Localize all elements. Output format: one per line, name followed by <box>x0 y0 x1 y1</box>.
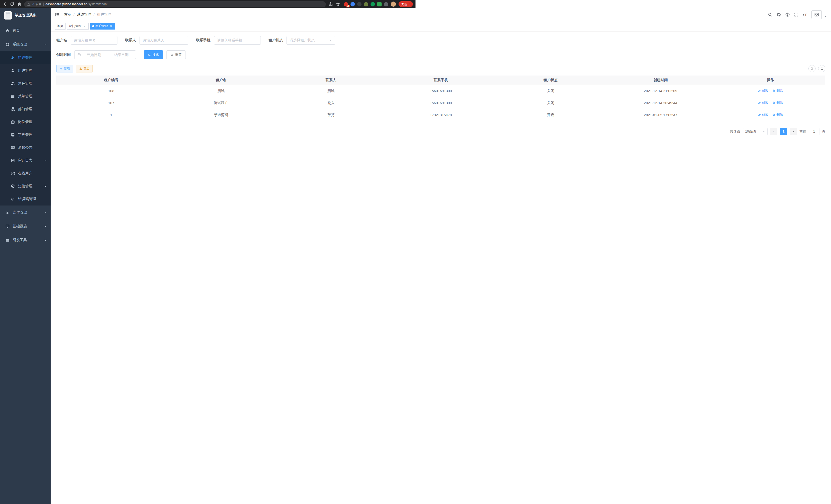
main-area: 首页 / 系统管理 / 租户管理 TT 首页部门管理×租户管理× 租户名 <box>51 8 416 252</box>
reset-button[interactable]: 重置 <box>166 50 186 59</box>
extension-icon[interactable] <box>371 2 375 6</box>
breadcrumb-system[interactable]: 系统管理 <box>77 12 91 17</box>
update-button[interactable]: 更新 <box>399 1 413 7</box>
extension-icon[interactable]: 10 <box>344 2 348 6</box>
notice-icon <box>11 146 15 150</box>
close-icon[interactable]: × <box>83 24 86 28</box>
sidebar-item-devtools[interactable]: 研发工具 <box>0 233 51 247</box>
extension-icon[interactable] <box>384 2 388 6</box>
column-header: 联系手机 <box>386 76 416 85</box>
tenant-name-label: 租户名 <box>56 38 67 42</box>
status-select-placeholder: 请选择租户状态 <box>290 38 315 42</box>
tab-home[interactable]: 首页 <box>55 23 65 30</box>
infra-icon <box>5 224 9 228</box>
breadcrumb: 首页 / 系统管理 / 租户管理 <box>64 12 111 17</box>
browser-reload-button[interactable] <box>10 2 15 6</box>
logo-image <box>4 11 12 20</box>
contact-input[interactable] <box>143 38 185 42</box>
mobile-input[interactable] <box>217 38 258 42</box>
cell-id: 107 <box>56 97 166 109</box>
errcode-icon <box>11 197 15 201</box>
table-row: 1芋道源码芋艿17321315478开启2021-01-05 17:03:47修… <box>56 109 416 121</box>
mobile-label: 联系手机 <box>196 38 210 42</box>
sidebar-item-sms[interactable]: 短信管理 <box>0 180 51 192</box>
audit-icon <box>11 158 15 162</box>
refresh-icon <box>170 53 174 57</box>
cell-id: 108 <box>56 85 166 97</box>
column-header: 联系人 <box>276 76 386 85</box>
sidebar-item-label: 审计日志 <box>18 158 41 163</box>
contact-label: 联系人 <box>125 38 136 42</box>
table-toolbar: 新增 导出 <box>56 65 416 72</box>
sidebar-item-user[interactable]: 用户管理 <box>0 64 51 77</box>
bookmark-button[interactable] <box>336 2 340 6</box>
breadcrumb-home[interactable]: 首页 <box>64 12 71 17</box>
status-select[interactable]: 请选择租户状态 <box>287 36 335 45</box>
date-range-separator: - <box>107 53 109 57</box>
chevron-down-icon <box>44 211 47 214</box>
sidebar-item-label: 租户管理 <box>18 56 47 60</box>
extension-icon[interactable] <box>357 2 362 6</box>
menu-list-icon <box>11 94 15 98</box>
tenant-name-field: 租户名 <box>56 36 117 45</box>
top-navbar: 首页 / 系统管理 / 租户管理 TT <box>51 8 416 21</box>
extension-icon[interactable] <box>364 2 368 6</box>
pay-icon <box>5 210 9 214</box>
sidebar-item-system[interactable]: 系统管理 <box>0 37 51 51</box>
sidebar-item-label: 用户管理 <box>18 68 47 73</box>
plus-icon <box>60 67 63 70</box>
sidebar-item-notice[interactable]: 通知公告 <box>0 141 51 154</box>
address-bar[interactable]: 不安全 dashboard.yudao.iocoder.cn/system/te… <box>24 1 326 7</box>
sidebar-item-infra[interactable]: 基础设施 <box>0 219 51 233</box>
sidebar-item-pay[interactable]: 支付管理 <box>0 206 51 219</box>
status-field: 租户状态 请选择租户状态 <box>268 36 335 45</box>
reset-button-label: 重置 <box>175 52 182 57</box>
extension-icon[interactable] <box>350 2 355 6</box>
extension-icon[interactable] <box>377 2 381 6</box>
add-button[interactable]: 新增 <box>56 65 73 72</box>
browser-home-button[interactable] <box>17 2 22 6</box>
tab-dept[interactable]: 部门管理× <box>67 23 89 30</box>
cell-id: 1 <box>56 109 166 121</box>
browser-back-button[interactable] <box>3 2 7 6</box>
sidebar-item-dict[interactable]: 字典管理 <box>0 128 51 141</box>
sidebar-item-menu[interactable]: 菜单管理 <box>0 90 51 103</box>
browser-menu-icon[interactable] <box>408 2 411 6</box>
sidebar-item-tenant[interactable]: 租户管理 <box>0 51 51 64</box>
sidebar-item-label: 通知公告 <box>18 145 47 150</box>
browser-profile-avatar[interactable] <box>391 2 396 7</box>
extension-badge: 10 <box>346 5 350 7</box>
filter-row-2: 创建时间 - 搜索 重置 <box>56 50 416 59</box>
app-logo: 芋道管理系统 <box>0 8 51 23</box>
sidebar-toggle-icon[interactable] <box>55 12 60 17</box>
sidebar-item-role[interactable]: 角色管理 <box>0 77 51 90</box>
cell-name: 测试租户 <box>166 97 276 109</box>
export-button[interactable]: 导出 <box>76 65 93 72</box>
sidebar-item-audit[interactable]: 审计日志 <box>0 154 51 167</box>
sidebar-item-online[interactable]: 在线用户 <box>0 167 51 180</box>
sidebar-item-post[interactable]: 岗位管理 <box>0 116 51 128</box>
date-start-input[interactable] <box>83 53 106 57</box>
sidebar-item-errcode[interactable]: 错误码管理 <box>0 192 51 206</box>
pagination: 共 3 条 10条/页 1 前往 页 <box>56 128 416 135</box>
sidebar-item-label: 基础设施 <box>12 224 41 229</box>
tenant-name-input-wrap <box>71 36 117 45</box>
share-button[interactable] <box>328 2 333 6</box>
date-end-input[interactable] <box>110 53 133 57</box>
security-label[interactable]: 不安全 <box>32 2 41 6</box>
download-icon <box>79 67 82 70</box>
tab-tenant[interactable]: 租户管理× <box>90 23 115 30</box>
tenant-name-input[interactable] <box>74 38 114 42</box>
sidebar-item-label: 字典管理 <box>18 132 47 137</box>
chevron-down-icon <box>44 225 47 228</box>
date-range-picker[interactable]: - <box>74 50 136 59</box>
sidebar-item-label: 支付管理 <box>12 210 41 215</box>
sidebar-item-label: 短信管理 <box>18 184 41 188</box>
sidebar-item-home[interactable]: 首页 <box>0 24 51 37</box>
active-tab-dot <box>92 25 94 27</box>
search-button[interactable]: 搜索 <box>144 50 163 59</box>
close-icon[interactable]: × <box>109 24 113 28</box>
sidebar: 芋道管理系统 首页系统管理租户管理用户管理角色管理菜单管理部门管理岗位管理字典管… <box>0 8 51 252</box>
sidebar-item-dept[interactable]: 部门管理 <box>0 103 51 116</box>
address-divider <box>44 3 44 6</box>
